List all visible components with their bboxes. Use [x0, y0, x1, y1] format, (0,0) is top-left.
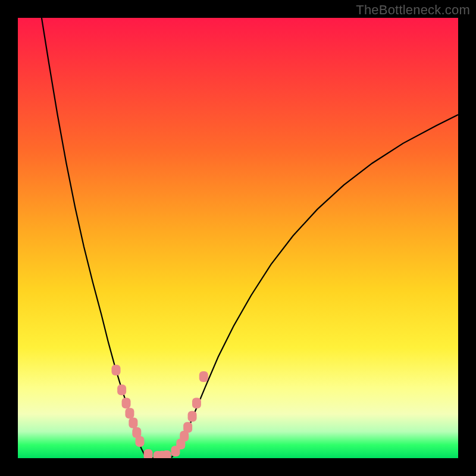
data-marker: [199, 371, 208, 382]
chart-frame: TheBottleneck.com: [0, 0, 476, 476]
bottleneck-curve: [42, 18, 458, 458]
data-marker: [117, 384, 126, 395]
data-markers: [112, 365, 208, 458]
data-marker: [183, 422, 192, 433]
chart-svg: [18, 18, 458, 458]
data-marker: [192, 398, 201, 409]
chart-plot-area: [18, 18, 458, 458]
data-marker: [162, 450, 171, 458]
data-marker: [144, 449, 153, 458]
watermark-text: TheBottleneck.com: [356, 2, 470, 18]
data-marker: [188, 411, 197, 422]
data-marker: [135, 436, 144, 447]
data-marker: [125, 408, 134, 419]
data-marker: [129, 418, 137, 428]
data-marker: [122, 398, 131, 409]
data-marker: [112, 365, 121, 375]
